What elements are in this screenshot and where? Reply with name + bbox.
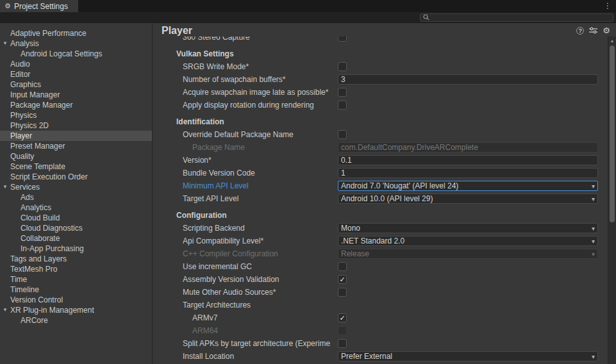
text-field[interactable]: 3 [338,74,598,85]
sidebar-item-arcore[interactable]: ARCore [0,315,152,326]
sidebar-item-quality[interactable]: Quality [0,151,152,161]
setting-label: Version* [183,156,337,165]
sidebar-item-version-control[interactable]: Version Control [0,295,152,305]
sidebar-item-adaptive-performance[interactable]: Adaptive Performance [0,28,152,38]
chevron-down-icon: ▾ [592,195,595,203]
dropdown-value: Android 7.0 'Nougat' (API level 24) [341,181,458,190]
sidebar-item-label: Audio [0,59,152,69]
setting-row: Vulkan Settings [153,47,608,60]
scrollbar-thumb[interactable] [610,46,615,222]
setting-label: Bundle Version Code [183,169,337,178]
text-field: com.DefaultCompany.DriveARComplete [338,142,598,153]
setting-row: Identification [153,115,608,128]
text-field[interactable]: 1 [338,168,598,178]
sidebar-item-label: Analytics [0,203,152,213]
help-icon[interactable]: ? [576,27,584,35]
sidebar-item-in-app-purchasing[interactable]: In-App Purchasing [0,244,152,254]
checkbox[interactable] [338,62,347,71]
search-icon [423,14,429,21]
checkbox[interactable] [338,262,347,271]
foldout-icon[interactable]: ▼ [3,182,8,192]
sidebar-item-label: Preset Manager [0,141,152,151]
checkbox[interactable] [338,130,347,139]
sidebar-item-editor[interactable]: Editor [0,69,152,79]
sidebar-item-analytics[interactable]: Analytics [0,203,152,213]
sidebar-item-physics[interactable]: Physics [0,110,152,120]
sidebar-item-analysis[interactable]: ▼Analysis [0,38,152,49]
section-header: Vulkan Settings [176,49,234,58]
foldout-icon[interactable]: ▼ [3,38,8,49]
sidebar-item-xr-plug-in-management[interactable]: ▼XR Plug-in Management [0,305,152,315]
sidebar-item-label: Collaborate [0,233,152,244]
vertical-scrollbar[interactable]: ▲ [608,37,616,364]
search-box[interactable] [420,13,613,22]
sidebar-item-input-manager[interactable]: Input Manager [0,90,152,100]
sidebar-item-package-manager[interactable]: Package Manager [0,100,152,110]
setting-label: Target Architectures [183,301,337,310]
dropdown[interactable]: Android 10.0 (API level 29)▾ [338,194,598,204]
checkbox[interactable] [338,37,347,42]
settings-rows: 360 Stereo CaptureVulkan SettingsSRGB Wr… [153,37,608,364]
gear-icon[interactable]: ⚙ [603,26,610,35]
setting-row: ARMv7✓ [153,311,608,324]
dropdown-value: Mono [341,224,360,233]
setting-label: Use incremental GC [183,262,337,271]
tab-project-settings[interactable]: ⚙ Project Settings [0,0,78,12]
setting-row: Bundle Version Code1 [153,167,608,179]
sidebar-item-scene-template[interactable]: Scene Template [0,161,152,172]
sidebar-item-label: XR Plug-in Management [0,305,152,315]
checkbox[interactable] [338,339,347,348]
setting-label: Install Location [183,352,337,361]
sidebar-item-script-execution-order[interactable]: Script Execution Order [0,172,152,182]
setting-row: Scripting BackendMono▾ [153,222,608,235]
sidebar-item-graphics[interactable]: Graphics [0,79,152,90]
dropdown[interactable]: Mono▾ [338,223,598,233]
setting-label: Mute Other Audio Sources* [183,288,337,297]
sidebar-item-label: Android Logcat Settings [0,49,152,59]
sidebar-item-label: Services [0,182,152,192]
dropdown-value: Prefer External [341,352,392,361]
sidebar-item-ads[interactable]: Ads [0,192,152,203]
sidebar-item-time[interactable]: Time [0,274,152,285]
setting-label: 360 Stereo Capture [183,37,337,42]
sidebar-item-player[interactable]: Player [0,131,152,141]
sidebar-item-label: Graphics [0,79,152,90]
sidebar-item-cloud-diagnostics[interactable]: Cloud Diagnostics [0,223,152,233]
checkbox[interactable] [338,288,347,297]
dropdown[interactable]: Prefer External▾ [338,351,598,361]
sidebar-item-textmesh-pro[interactable]: TextMesh Pro [0,264,152,274]
checkbox[interactable]: ✓ [338,275,347,284]
sidebar-item-label: Version Control [0,295,152,305]
checkbox[interactable]: ✓ [338,313,347,322]
sidebar-item-android-logcat-settings[interactable]: Android Logcat Settings [0,49,152,59]
dropdown[interactable]: .NET Standard 2.0▾ [338,236,598,246]
sidebar-item-label: Cloud Diagnostics [0,223,152,233]
sidebar-item-tags-and-layers[interactable]: Tags and Layers [0,254,152,264]
scroll-up-icon[interactable]: ▲ [608,37,616,45]
sidebar-item-physics-2d[interactable]: Physics 2D [0,120,152,131]
kebab-menu-icon[interactable]: ⋮ [604,0,612,12]
setting-label: Minimum API Level [183,181,337,190]
sidebar-item-label: Physics 2D [0,120,152,131]
sidebar-item-services[interactable]: ▼Services [0,182,152,192]
foldout-icon[interactable]: ▼ [3,305,8,315]
checkbox[interactable] [338,88,347,97]
sidebar-item-cloud-build[interactable]: Cloud Build [0,213,152,223]
sidebar-item-label: Time [0,274,152,285]
setting-row: Minimum API LevelAndroid 7.0 'Nougat' (A… [153,179,608,192]
sidebar-item-audio[interactable]: Audio [0,59,152,69]
sidebar-item-label: Package Manager [0,100,152,110]
section-header: Configuration [176,211,227,220]
sidebar-list: Adaptive Performance▼AnalysisAndroid Log… [0,28,152,326]
sidebar-item-collaborate[interactable]: Collaborate [0,233,152,244]
dropdown-value: Android 10.0 (API level 29) [341,194,433,203]
checkbox[interactable] [338,101,347,110]
sidebar-item-preset-manager[interactable]: Preset Manager [0,141,152,151]
text-field[interactable]: 0.1 [338,155,598,165]
dropdown[interactable]: Android 7.0 'Nougat' (API level 24)▾ [338,181,598,191]
presets-icon[interactable] [589,27,597,34]
setting-label: Split APKs by target architecture (Exper… [183,339,337,348]
sidebar-item-label: In-App Purchasing [0,244,152,254]
search-input[interactable] [432,14,610,21]
sidebar-item-timeline[interactable]: Timeline [0,285,152,295]
